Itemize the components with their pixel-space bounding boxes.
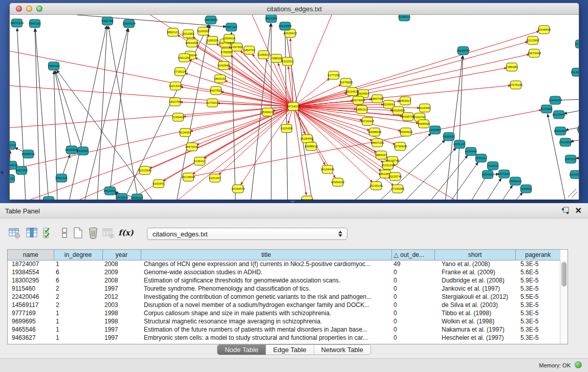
column-header-pagerank[interactable]: pagerank	[515, 250, 560, 260]
graph-node[interactable]: 10654112	[509, 177, 522, 185]
column-header-title[interactable]: title	[141, 250, 391, 260]
table-cell[interactable]: 1997	[102, 285, 141, 293]
graph-node[interactable]: 13154478	[231, 185, 245, 193]
table-cell[interactable]: 0	[391, 276, 434, 285]
table-cell[interactable]: 1997	[102, 325, 141, 334]
float-window-icon[interactable]	[561, 207, 570, 215]
graph-node[interactable]: 9901254	[178, 54, 190, 62]
show-columns-icon[interactable]	[25, 226, 39, 240]
graph-node[interactable]: 8940153	[29, 19, 41, 28]
graph-node[interactable]: 10756928	[394, 142, 407, 150]
graph-node[interactable]: 2935114	[475, 154, 488, 162]
table-row[interactable]: 1830029562008Estimation of significance …	[8, 276, 560, 285]
graph-node[interactable]: 8860123	[167, 28, 179, 36]
function-builder-icon[interactable]: f(x)	[119, 226, 133, 240]
table-cell[interactable]: 9463627	[8, 334, 54, 342]
table-cell[interactable]: 6	[54, 276, 102, 285]
graph-node[interactable]: 8138314	[398, 15, 410, 21]
network-window[interactable]: citations_edges.txt 18724007886012389129…	[9, 3, 579, 200]
graph-node[interactable]: 1554616	[223, 34, 235, 42]
graph-node[interactable]: 10973493	[528, 49, 541, 57]
graph-node[interactable]: 10688609	[368, 128, 382, 136]
graph-node[interactable]: 9524502	[482, 170, 494, 179]
tab-network-table[interactable]: Network Table	[314, 345, 371, 355]
table-cell[interactable]: 1	[54, 317, 102, 325]
graph-node[interactable]: 16495759	[401, 113, 415, 121]
graph-node[interactable]: 2803144	[214, 75, 226, 83]
graph-node[interactable]: 15692951	[554, 127, 568, 135]
table-cell[interactable]: 1	[54, 260, 102, 268]
table-cell[interactable]: Disruption of a novel member of a sodium…	[141, 301, 391, 309]
table-cell[interactable]: Changes of HCN gene expression and I(f) …	[141, 260, 391, 268]
table-cell[interactable]: Wolkin et al. (1998)	[434, 317, 515, 325]
graph-node[interactable]: 9884067	[375, 151, 387, 159]
table-cell[interactable]: 5.5E-5	[515, 293, 560, 301]
graph-node[interactable]: 15085041	[21, 150, 35, 158]
tab-node-table[interactable]: Node Table	[217, 345, 266, 355]
resize-grip[interactable]	[568, 189, 577, 198]
table-cell[interactable]: 18300295	[8, 276, 54, 285]
graph-node[interactable]: 16971343	[10, 19, 24, 27]
table-cell[interactable]: 5.9E-5	[515, 276, 560, 285]
table-row[interactable]: 911546021997Tourette syndrome. Phenomeno…	[8, 285, 560, 293]
graph-node[interactable]: 13543930	[577, 125, 579, 134]
graph-node[interactable]: 10807487	[371, 95, 384, 103]
table-cell[interactable]: Nakamura et al. (1997)	[434, 325, 515, 334]
graph-node[interactable]: 12213343	[169, 82, 183, 90]
graph-node[interactable]: 17016504	[559, 138, 573, 146]
graph-node[interactable]: 15134546	[182, 173, 195, 181]
graph-node[interactable]: 17334265	[391, 185, 405, 193]
table-cell[interactable]: Corpus callosum shape and size in male p…	[141, 309, 391, 317]
graph-node[interactable]: 16164441	[321, 165, 335, 173]
window-titlebar[interactable]: citations_edges.txt	[10, 3, 579, 15]
graph-node[interactable]: 1588520	[270, 54, 282, 62]
table-cell[interactable]: 2008	[102, 276, 141, 285]
graph-node[interactable]: 9463627	[399, 97, 411, 105]
table-cell[interactable]: Tibbo et al. (1998)	[434, 309, 515, 317]
table-cell[interactable]: Tourette syndrome. Phenomenology and cla…	[141, 285, 391, 293]
graph-node[interactable]: 7632621	[487, 162, 499, 170]
graph-node[interactable]: 9277034	[575, 40, 579, 48]
graph-node[interactable]: 12444154	[549, 96, 562, 104]
graph-node[interactable]: 8471626	[498, 170, 510, 178]
table-cell[interactable]: Jankovic et al. (1997)	[434, 285, 515, 293]
graph-node[interactable]: 8226058	[197, 27, 209, 35]
graph-node[interactable]: 9115460	[419, 104, 431, 112]
graph-node[interactable]: 9153455	[280, 124, 293, 133]
table-row[interactable]: 946554611997Estimation of the future num…	[8, 325, 560, 334]
graph-node[interactable]: 10688616	[304, 142, 318, 150]
citation-edge-black[interactable]	[502, 185, 512, 200]
citation-edge-red[interactable]	[10, 85, 293, 106]
graph-node[interactable]: 16648784	[456, 47, 470, 55]
graph-node[interactable]: 8912955	[182, 30, 194, 38]
graph-node[interactable]: 12213997	[526, 36, 540, 45]
table-cell[interactable]: 5.6E-5	[515, 268, 560, 276]
table-cell[interactable]: Estimation of significance thresholds fo…	[141, 276, 391, 285]
table-cell[interactable]: 5.3E-5	[515, 301, 560, 309]
table-cell[interactable]: 2009	[102, 268, 141, 276]
table-cell[interactable]: 5.3E-5	[515, 309, 560, 317]
table-cell[interactable]: Investigating the contribution of common…	[141, 293, 391, 301]
graph-node[interactable]: 18807293	[371, 139, 384, 147]
table-cell[interactable]: 0	[391, 325, 434, 334]
table-row[interactable]: 1938455462009Genome-wide association stu…	[8, 268, 560, 276]
table-options-icon[interactable]	[7, 226, 21, 240]
table-cell[interactable]: 9699695	[8, 317, 54, 325]
graph-node[interactable]: 9245652	[520, 185, 532, 193]
table-cell[interactable]: 1998	[102, 317, 141, 325]
citation-edge-black[interactable]	[57, 70, 154, 200]
graph-node[interactable]: 9177158	[328, 71, 340, 79]
delete-table-icon[interactable]	[86, 226, 100, 240]
table-cell[interactable]: 0	[391, 268, 434, 276]
citation-edge-red[interactable]	[293, 54, 529, 106]
table-cell[interactable]: 0	[391, 285, 434, 293]
graph-node[interactable]: 8186328	[206, 36, 219, 45]
graph-node[interactable]: 9699695	[418, 120, 430, 128]
table-cell[interactable]: 6	[54, 268, 102, 276]
table-row[interactable]: 1456911722003Disruption of a novel membe…	[8, 301, 560, 309]
graph-node[interactable]: 16974953	[352, 96, 365, 104]
graph-node[interactable]: 7485083	[506, 63, 518, 71]
graph-node[interactable]: 18164633	[345, 87, 359, 96]
table-cell[interactable]: 0	[391, 301, 434, 309]
close-icon[interactable]: ✕	[575, 206, 582, 215]
